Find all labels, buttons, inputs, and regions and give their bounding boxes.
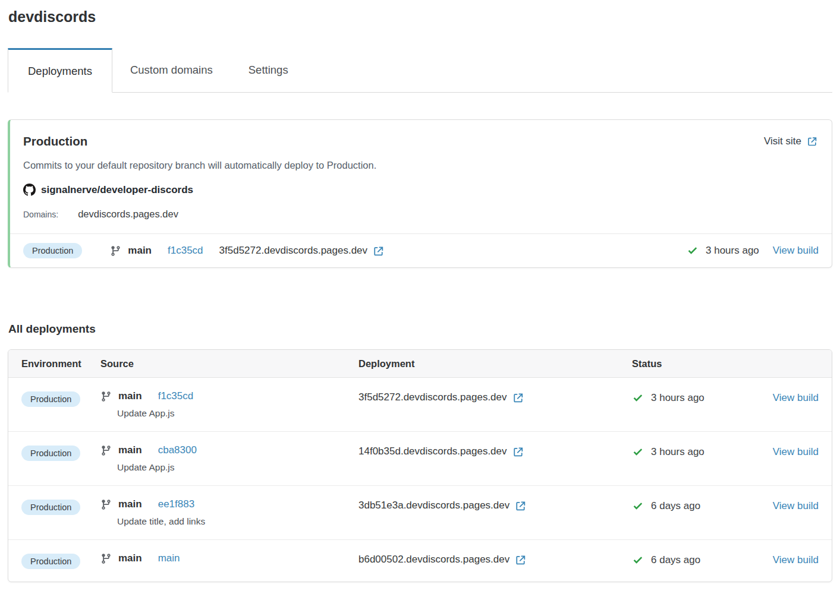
view-build-link[interactable]: View build	[773, 554, 819, 566]
environment-badge: Production	[21, 446, 80, 461]
commit-link[interactable]: ee1f883	[158, 498, 194, 510]
deployment-url-text: 3db51e3a.devdiscords.pages.dev	[358, 500, 509, 511]
production-card: Production Visit site Commits to your de…	[8, 119, 832, 268]
branch-name: main	[118, 390, 142, 402]
tab-settings[interactable]: Settings	[231, 48, 306, 92]
commit-link[interactable]: main	[158, 552, 180, 564]
branch-name: main	[118, 552, 142, 564]
repo-name: signalnerve/developer-discords	[41, 184, 193, 196]
view-build-link[interactable]: View build	[773, 446, 819, 457]
deployment-url: b6d00502.devdiscords.pages.dev	[358, 552, 632, 566]
git-branch-icon	[110, 245, 121, 257]
page: devdiscords Deployments Custom domains S…	[0, 0, 840, 582]
success-check-icon	[687, 245, 699, 257]
table-row: Production main ee1f883 Update title, ad…	[8, 486, 832, 540]
external-link-icon[interactable]	[512, 392, 524, 403]
deployment-url: 14f0b35d.devdiscords.pages.dev	[358, 444, 632, 457]
external-link-icon[interactable]	[515, 554, 526, 566]
production-card-title: Production	[23, 134, 87, 149]
all-deployments-title: All deployments	[8, 323, 832, 336]
view-build-link[interactable]: View build	[773, 392, 819, 403]
domains-value: devdiscords.pages.dev	[78, 209, 178, 220]
domains-label: Domains:	[23, 210, 58, 219]
table-row: Production main main b6d00502.devdiscord…	[8, 540, 832, 582]
environment-badge: Production	[23, 243, 82, 258]
col-source: Source	[100, 358, 358, 369]
tab-deployments-label: Deployments	[28, 65, 92, 78]
commit-link[interactable]: cba8300	[158, 444, 197, 456]
deploy-time: 6 days ago	[651, 500, 700, 512]
commit-message: Update App.js	[117, 408, 358, 419]
environment-badge: Production	[21, 391, 80, 407]
environment-badge: Production	[21, 554, 80, 569]
environment-badge: Production	[21, 500, 80, 515]
commit-message: Update title, add links	[117, 516, 358, 527]
col-deployment: Deployment	[358, 358, 632, 369]
external-link-icon[interactable]	[373, 245, 384, 257]
tab-custom-domains-label: Custom domains	[130, 64, 213, 77]
table-row: Production main cba8300 Update App.js 14…	[8, 432, 832, 486]
branch-name: main	[128, 245, 152, 257]
production-deployment-row: Production main f1c35cd 3f5d5272.devdisc…	[10, 233, 832, 267]
git-branch-icon	[100, 445, 112, 456]
external-link-icon	[807, 136, 817, 147]
deploy-time: 6 days ago	[651, 554, 700, 566]
git-branch-icon	[100, 553, 112, 564]
deployment-url: 3f5d5272.devdiscords.pages.dev	[219, 245, 385, 257]
view-build-link[interactable]: View build	[773, 245, 819, 257]
tab-bar: Deployments Custom domains Settings	[8, 48, 832, 93]
branch-name: main	[118, 498, 142, 510]
success-check-icon	[632, 500, 644, 512]
deployment-url: 3f5d5272.devdiscords.pages.dev	[358, 390, 632, 403]
deployment-url: 3db51e3a.devdiscords.pages.dev	[358, 498, 632, 511]
deployment-url-text: 3f5d5272.devdiscords.pages.dev	[219, 245, 368, 257]
commit-message: Update App.js	[117, 462, 358, 473]
tab-settings-label: Settings	[248, 64, 288, 77]
visit-site-link[interactable]: Visit site	[764, 135, 817, 147]
deploy-time: 3 hours ago	[651, 392, 704, 404]
tab-deployments[interactable]: Deployments	[8, 48, 112, 93]
col-environment: Environment	[21, 358, 100, 369]
git-branch-icon	[100, 391, 112, 402]
deploy-time: 3 hours ago	[651, 446, 704, 458]
deployment-url-text: 3f5d5272.devdiscords.pages.dev	[358, 391, 507, 403]
production-description: Commits to your default repository branc…	[10, 149, 832, 171]
branch-name: main	[118, 444, 142, 456]
deploy-time: 3 hours ago	[706, 245, 759, 257]
col-status: Status	[632, 358, 763, 369]
git-branch-icon	[100, 499, 112, 510]
deployments-table: Environment Source Deployment Status Pro…	[8, 349, 832, 582]
production-card-header: Production Visit site	[10, 120, 832, 149]
deployment-url-text: 14f0b35d.devdiscords.pages.dev	[358, 446, 507, 457]
deployment-url-text: b6d00502.devdiscords.pages.dev	[358, 554, 509, 566]
commit-link[interactable]: f1c35cd	[158, 390, 194, 402]
page-title: devdiscords	[8, 8, 832, 26]
external-link-icon[interactable]	[515, 500, 526, 511]
success-check-icon	[632, 554, 644, 566]
external-link-icon[interactable]	[512, 446, 524, 457]
success-check-icon	[632, 446, 644, 458]
domains-row: Domains: devdiscords.pages.dev	[10, 196, 832, 233]
visit-site-label: Visit site	[764, 135, 801, 147]
success-check-icon	[632, 392, 644, 404]
commit-link[interactable]: f1c35cd	[168, 245, 203, 257]
tab-custom-domains[interactable]: Custom domains	[112, 48, 231, 92]
github-icon	[23, 184, 36, 196]
repo-row: signalnerve/developer-discords	[10, 171, 832, 196]
view-build-link[interactable]: View build	[773, 500, 819, 511]
table-header: Environment Source Deployment Status	[8, 350, 832, 378]
table-row: Production main f1c35cd Update App.js 3f…	[8, 378, 832, 432]
